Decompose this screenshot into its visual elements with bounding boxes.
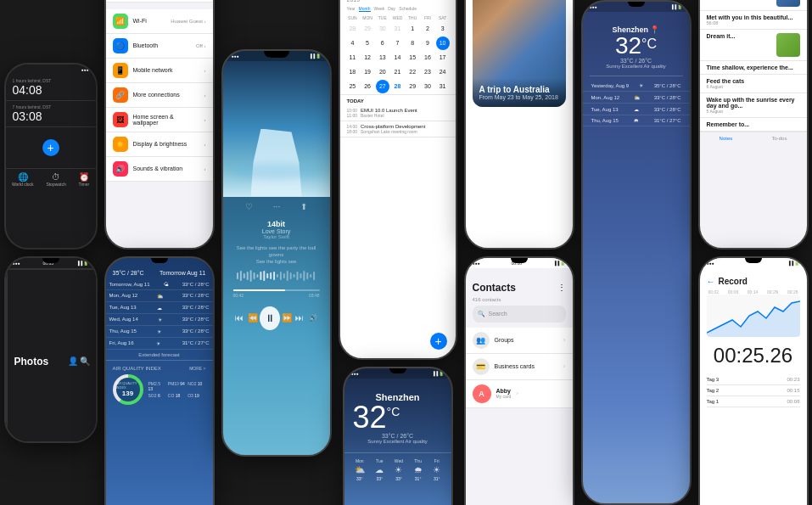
- note-item-7[interactable]: Remember to...: [700, 118, 807, 132]
- calendar-add-button[interactable]: +: [430, 333, 447, 350]
- settings-item-display[interactable]: ☀️ Display & brightness ›: [106, 132, 213, 157]
- phone-highlights: ●●● ▐▐ 🔋 Highlights 🔍 ⋮ A trip to Austra…: [464, 0, 574, 250]
- settings-user-item[interactable]: A Abby HUAWEI ID: Payment and purchases,…: [106, 0, 213, 3]
- forward-button[interactable]: ⏩: [280, 311, 294, 326]
- aqi-o3: O3 19: [188, 393, 205, 398]
- forecast-row-2: Tue, Aug 13☁33°C / 28°C: [106, 302, 213, 314]
- calendar-event-2[interactable]: 14:0018:00 Cross-platform Development So…: [340, 121, 456, 137]
- music-lyrics-1: See the lights see the party the ball go…: [233, 244, 320, 259]
- aqi-co: CO 18: [168, 393, 186, 398]
- phone-photos: ●●● 08:05 ▐▐ 🔋 Photos 👤 🔍 Yesterday Augu…: [4, 256, 98, 443]
- clock-tab-worldclock[interactable]: 🌐 World clock: [12, 172, 34, 187]
- music-dots-icon[interactable]: ···: [273, 202, 280, 211]
- record-back-button[interactable]: ←: [707, 277, 715, 286]
- settings-item-wifi[interactable]: 📶 Wi-Fi Huawei Guest ›: [106, 9, 213, 34]
- phone-record: ●●● ▐▐ 🔋 ← Record 00:02 00:06 00:14 00:2…: [698, 256, 809, 506]
- notes-tab-notes[interactable]: Notes: [720, 136, 733, 141]
- note-6-date: 5 August: [707, 109, 800, 114]
- connections-icon: 🔗: [113, 87, 128, 103]
- note-5-title: Feed the cats: [707, 78, 800, 84]
- contacts-more-icon[interactable]: ⋮: [557, 283, 566, 292]
- settings-item-homescreen[interactable]: 🖼 Home screen & wallpaper ›: [106, 108, 213, 132]
- record-row-2: Tag 2 00:15: [707, 385, 800, 396]
- abby-chevron: ›: [516, 390, 518, 397]
- aqi-value: 139: [122, 390, 133, 397]
- heart-icon[interactable]: ♡: [245, 202, 253, 211]
- rewind-button[interactable]: ⏪: [246, 311, 260, 326]
- aqi-more[interactable]: MORE >: [189, 366, 205, 371]
- weather2-row-2: Tue, Aug 13☁33°C / 28°C: [583, 104, 690, 115]
- contacts-search[interactable]: 🔍 Search: [473, 306, 566, 323]
- prev-track-button[interactable]: ⏮: [233, 311, 247, 326]
- clock-tab-stopwatch[interactable]: ⏱ Stopwatch: [46, 172, 65, 187]
- record-time-3: 00:23: [787, 377, 799, 382]
- music-lyrics: See the lights see the party the ball go…: [223, 243, 330, 267]
- settings-item-bluetooth[interactable]: 🔵 Bluetooth Off ›: [106, 34, 213, 59]
- wifi-icon: 📶: [113, 14, 128, 29]
- calendar-event-1[interactable]: 10:0011:00 EMUI 10.0 Launch Event Baxter…: [340, 105, 456, 121]
- volume-icon[interactable]: 🔊: [306, 311, 320, 326]
- record-axis-labels: 00:02 00:06 00:14 00:2N 00:26: [700, 289, 807, 295]
- weather-shenzhen-notch: [389, 368, 406, 373]
- clock-add-button[interactable]: +: [42, 139, 59, 156]
- play-pause-button[interactable]: ⏸: [260, 306, 280, 330]
- svg-rect-17: [293, 274, 294, 278]
- cal-tab-month[interactable]: Month: [359, 6, 371, 12]
- cal-tab-schedule[interactable]: Schedule: [399, 6, 417, 12]
- note-item-3[interactable]: Dream it...: [700, 30, 807, 61]
- contact-bizcard-item[interactable]: 💳 Business cards ›: [466, 354, 573, 380]
- cal-tab-week[interactable]: Week: [374, 6, 385, 12]
- highlights-card-date: From May 23 to May 25, 2018: [479, 94, 559, 100]
- event-1-location: Baxter Hotel: [361, 113, 417, 118]
- share-icon[interactable]: ⬆: [300, 202, 307, 211]
- progress-track[interactable]: [233, 289, 320, 291]
- note-item-5[interactable]: Feed the cats 6 August: [700, 75, 807, 93]
- next-track-button[interactable]: ⏭: [293, 311, 306, 326]
- groups-label: Groups: [495, 337, 558, 343]
- note-item-4[interactable]: Time shallow, experience the...: [700, 61, 807, 75]
- note-2-preview: 56:08: [707, 20, 800, 25]
- notes-tab-todos[interactable]: To-dos: [771, 136, 787, 141]
- svg-rect-3: [246, 272, 248, 280]
- forecast-1: Tue☁33°: [375, 458, 384, 481]
- settings-item-connections[interactable]: 🔗 More connections ›: [106, 83, 213, 108]
- music-artist: Love Story: [233, 228, 320, 234]
- note-4-title: Time shallow, experience the...: [707, 65, 800, 70]
- aqi-no2: NO2 10: [188, 381, 205, 391]
- forecast-row-1: Mon, Aug 12⛅33°C / 28°C: [106, 290, 213, 302]
- col-5: ●●● ▐▐ 🔋 Highlights 🔍 ⋮ A trip to Austra…: [464, 0, 574, 505]
- note-item-2[interactable]: Met with you in this beautiful... 56:08: [700, 11, 807, 30]
- cal-tab-day[interactable]: Day: [388, 6, 395, 12]
- contacts-notch: [511, 258, 528, 263]
- note-1-thumb: [776, 0, 800, 7]
- phone-weather-top: 35°C / 28°C Tomorrow Aug 11 Tomorrow, Au…: [104, 256, 215, 506]
- music-action-icons: ♡ ··· ⬆: [223, 197, 330, 213]
- note-7-text: Remember to...: [707, 121, 800, 127]
- clock-time-2: 03:08: [13, 109, 89, 123]
- phone-contacts: ●●● 08:08 ▐▐ 🔋 Contacts ⋮ 416 contacts 🔍…: [464, 256, 574, 506]
- contact-groups-item[interactable]: 👥 Groups ›: [466, 328, 573, 354]
- mobile-network-icon: 📱: [113, 63, 128, 78]
- abby-info: Abby My card: [496, 388, 512, 399]
- weather2-desc: Sunny Excellent Air quality: [591, 64, 681, 69]
- weather2-forecast-list: Yesterday, Aug 9☀35°C / 28°C Mon, Aug 12…: [583, 80, 690, 126]
- svg-rect-20: [303, 271, 305, 281]
- extended-forecast-link[interactable]: Extended forecast: [106, 350, 213, 361]
- svg-rect-8: [263, 271, 265, 281]
- aqi-so2: SO2 6: [148, 393, 166, 398]
- clock-item-1: 1 hours behind, DST 04:08: [6, 75, 96, 101]
- weather2-minmax: 33°C / 26°C: [591, 58, 681, 64]
- clock-tab-timer[interactable]: ⏰ Timer: [79, 172, 90, 187]
- settings-display-label: Display & brightness: [133, 141, 199, 147]
- contact-abby-item[interactable]: A Abby My card ›: [466, 380, 573, 408]
- cal-row-4: 18 19 20 21 22 23 24: [345, 65, 451, 79]
- settings-item-sound[interactable]: 🔊 Sounds & vibration ›: [106, 157, 213, 182]
- highlights-card[interactable]: A trip to Australia From May 23 to May 2…: [473, 0, 566, 107]
- note-item-6[interactable]: Wake up with the sunrise every day and g…: [700, 93, 807, 118]
- note-5-date: 6 August: [707, 84, 800, 89]
- note-item-1[interactable]: 2019 UI design trend selection: [700, 0, 807, 11]
- photos-notch: [42, 258, 59, 263]
- settings-item-mobile[interactable]: 📱 Mobile network ›: [106, 59, 213, 83]
- cal-tab-year[interactable]: Year: [347, 6, 356, 12]
- svg-rect-19: [300, 273, 301, 278]
